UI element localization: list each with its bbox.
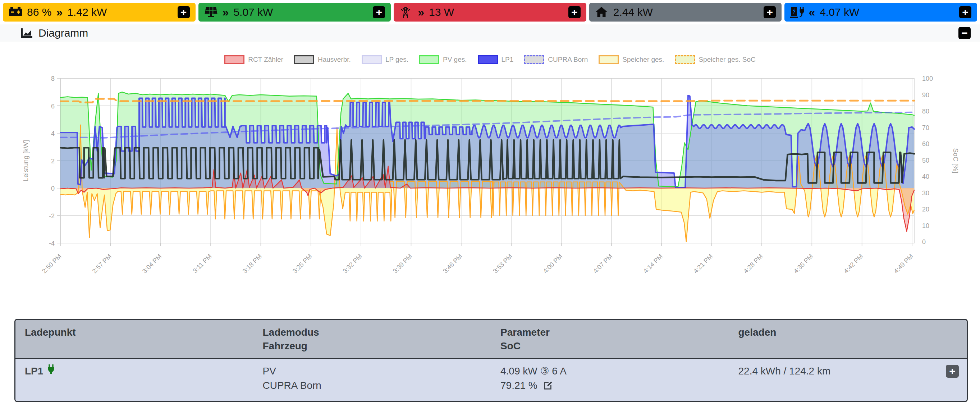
soc-tick-label: 70 <box>922 124 929 131</box>
chargepoints-power: 4.07 kW <box>820 6 859 18</box>
col-soc: SoC <box>500 339 729 353</box>
time-tick-label: 3:04 PM <box>141 253 163 275</box>
time-tick-label: 4:28 PM <box>742 253 764 275</box>
battery-power: 1.42 kW <box>67 6 107 18</box>
time-tick-label: 4:14 PM <box>642 253 664 275</box>
flow-right-icon: » <box>56 6 62 18</box>
flow-right-icon: » <box>418 6 424 18</box>
left-axis-title: Leistung [kW] <box>22 140 29 181</box>
status-tile-bar: 86 % » 1.42 kW + » 5.07 kW + » 13 W + <box>3 3 977 22</box>
col-lademodus: Lademodus <box>263 326 492 339</box>
time-tick-label: 3:25 PM <box>291 253 313 275</box>
charging-station-icon <box>790 6 804 18</box>
solar-panel-icon <box>204 6 218 18</box>
pv-power: 5.07 kW <box>233 6 273 18</box>
time-tick-label: 2:50 PM <box>41 253 63 275</box>
time-tick-label: 2:57 PM <box>91 253 113 275</box>
pylon-icon <box>399 6 413 18</box>
grid-power: 13 W <box>429 6 454 18</box>
chargepoint-table: Ladepunkt Lademodus Fahrzeug Parameter S… <box>14 319 968 402</box>
kw-tick-label: 4 <box>51 130 55 137</box>
flow-left-icon: « <box>808 6 815 18</box>
time-tick-label: 4:07 PM <box>592 253 614 275</box>
chart-area-icon <box>21 28 33 38</box>
house-power: 2.44 kW <box>613 6 653 18</box>
kw-tick-label: 6 <box>51 103 55 110</box>
time-tick-label: 3:39 PM <box>391 253 414 275</box>
col-geladen: geladen <box>738 326 967 339</box>
soc-tick-label: 40 <box>922 173 929 180</box>
time-tick-label: 3:11 PM <box>191 253 213 275</box>
time-tick-label: 3:46 PM <box>441 253 464 275</box>
col-ladepunkt: Ladepunkt <box>25 326 253 339</box>
charge-mode: PV <box>263 364 492 379</box>
soc-tick-label: 90 <box>922 92 929 99</box>
kw-tick-label: -2 <box>49 212 55 220</box>
vehicle-soc: 79.21 % <box>500 380 538 391</box>
tile-grid[interactable]: » 13 W + <box>394 3 586 22</box>
time-tick-label: 4:49 PM <box>892 253 915 275</box>
time-tick-label: 3:32 PM <box>341 253 363 275</box>
col-parameter: Parameter <box>500 326 729 339</box>
soc-tick-label: 10 <box>922 222 929 230</box>
chargepoint-name: LP1 <box>25 364 43 379</box>
flow-right-icon: » <box>223 6 229 18</box>
time-tick-label: 3:18 PM <box>241 253 264 275</box>
tile-chargepoints[interactable]: « 4.07 kW + <box>784 3 977 22</box>
time-tick-label: 4:42 PM <box>842 253 865 275</box>
time-tick-label: 3:53 PM <box>492 253 514 275</box>
chargepoints-expand-button[interactable]: + <box>959 6 971 18</box>
house-expand-button[interactable]: + <box>764 6 776 18</box>
kw-tick-label: -4 <box>49 240 55 247</box>
soc-tick-label: 30 <box>922 190 929 197</box>
time-tick-label: 4:35 PM <box>792 253 815 275</box>
tile-battery[interactable]: 86 % » 1.42 kW + <box>3 3 196 22</box>
diagram-header: Diagramm − <box>0 24 980 42</box>
tile-pv[interactable]: » 5.07 kW + <box>199 3 391 22</box>
soc-tick-label: 50 <box>922 157 929 164</box>
time-tick-label: 4:00 PM <box>542 253 564 275</box>
grid-expand-button[interactable]: + <box>568 6 581 18</box>
edit-soc-icon[interactable] <box>543 380 552 394</box>
vehicle-name: CUPRA Born <box>263 378 492 393</box>
diagram-chart: RCT ZählerHausverbr.LP ges.PV ges.LP1CUP… <box>0 42 980 317</box>
diagram-title: Diagramm <box>38 27 88 39</box>
table-header-row: Ladepunkt Lademodus Fahrzeug Parameter S… <box>16 320 967 358</box>
kw-tick-label: 0 <box>51 185 55 192</box>
time-tick-label: 4:21 PM <box>692 253 714 275</box>
col-fahrzeug: Fahrzeug <box>263 339 492 353</box>
charged-energy: 22.4 kWh / 124.2 km <box>738 364 967 379</box>
openwb-dashboard: 86 % » 1.42 kW + » 5.07 kW + » 13 W + <box>0 0 980 410</box>
right-axis-title: SoC [%] <box>952 148 959 173</box>
kw-tick-label: 2 <box>51 158 55 165</box>
chart-canvas: 86420-2-410090807060504030201002:50 PM2:… <box>0 42 980 317</box>
kw-tick-label: 8 <box>51 75 55 82</box>
diagram-collapse-button[interactable]: − <box>958 27 970 39</box>
battery-expand-button[interactable]: + <box>178 6 190 18</box>
chargepoint-expand-button[interactable]: + <box>946 365 959 378</box>
battery-soc: 86 % <box>27 6 51 18</box>
home-icon <box>595 6 609 18</box>
tile-house[interactable]: 2.44 kW + <box>589 3 782 22</box>
soc-tick-label: 0 <box>922 238 926 245</box>
car-battery-icon <box>9 6 22 18</box>
soc-tick-label: 60 <box>922 140 929 147</box>
pv-expand-button[interactable]: + <box>373 6 385 18</box>
soc-tick-label: 100 <box>922 75 933 82</box>
charge-parameter: 4.09 kW ③ 6 A <box>500 364 729 379</box>
chargepoint-row[interactable]: LP1 PV CUPRA Born 4.09 kW ③ 6 A 79.21 % <box>16 358 967 401</box>
soc-tick-label: 80 <box>922 108 929 115</box>
plug-icon <box>47 364 56 379</box>
soc-tick-label: 20 <box>922 206 929 213</box>
